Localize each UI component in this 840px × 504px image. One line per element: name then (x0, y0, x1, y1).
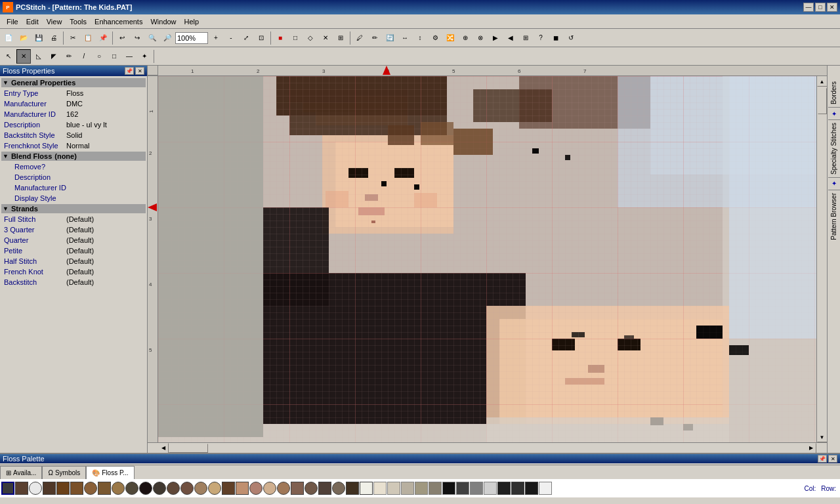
swatch-2[interactable] (29, 482, 42, 495)
tool1-btn[interactable]: 🖊 (352, 31, 367, 45)
swatch-35[interactable] (484, 482, 497, 495)
swatch-37[interactable] (511, 482, 524, 495)
section-toggle-strands[interactable]: ▼ (3, 205, 9, 212)
circle-tool[interactable]: ○ (92, 49, 106, 64)
cross-stitch-tool[interactable]: ✕ (16, 49, 31, 64)
draw-tool[interactable]: ✏ (62, 49, 76, 64)
palette-pin-btn[interactable]: 📌 (818, 455, 827, 463)
swatch-7[interactable] (98, 482, 111, 495)
scroll-thumb-h[interactable] (169, 444, 208, 453)
select2-btn[interactable]: ◇ (303, 31, 318, 45)
swatch-14[interactable] (194, 482, 207, 495)
tool11-btn[interactable]: ◀ (503, 31, 518, 45)
line-tool[interactable]: / (77, 49, 91, 64)
star-tool[interactable]: ✦ (137, 49, 152, 64)
maximize-button[interactable]: □ (815, 3, 826, 12)
zoom-arrow-button[interactable]: ⤢ (239, 31, 253, 45)
swatch-24[interactable] (332, 482, 345, 495)
print-button[interactable]: 🖨 (47, 31, 61, 45)
new-button[interactable]: 📄 (1, 31, 16, 45)
tool3-btn[interactable]: 🔄 (383, 31, 397, 45)
symbols-tab[interactable]: Ω Symbols (42, 466, 86, 479)
swatch-6[interactable] (84, 482, 97, 495)
swatch-12[interactable] (167, 482, 180, 495)
swatch-11[interactable] (153, 482, 166, 495)
swatch-27[interactable] (373, 482, 387, 495)
swatch-33[interactable] (456, 482, 469, 495)
tool9-btn[interactable]: ⊗ (473, 31, 488, 45)
specialty-stitches-label[interactable]: Specialty Stitches (829, 120, 839, 177)
swatch-22[interactable] (304, 482, 318, 495)
swatch-39[interactable] (539, 482, 552, 495)
swatch-32[interactable] (442, 482, 455, 495)
tool13-btn[interactable]: ◼ (549, 31, 563, 45)
tool6-btn[interactable]: ⚙ (428, 31, 442, 45)
scroll-left-button[interactable]: ◀ (158, 443, 169, 453)
half-stitch-tool[interactable]: ◺ (32, 49, 46, 64)
select3-btn[interactable]: ✕ (318, 31, 333, 45)
tool12-btn[interactable]: ⊞ (518, 31, 533, 45)
swatch-26[interactable] (360, 482, 373, 495)
swatch-16[interactable] (222, 482, 235, 495)
tool2-btn[interactable]: ✏ (368, 31, 382, 45)
rect-tool[interactable]: □ (107, 49, 121, 64)
swatch-34[interactable] (470, 482, 483, 495)
menu-view[interactable]: View (43, 16, 66, 27)
menu-file[interactable]: File (3, 16, 22, 27)
pattern-browser-label[interactable]: Pattern Browser (829, 190, 839, 243)
swatch-0[interactable] (1, 482, 14, 495)
undo-button[interactable]: ↩ (115, 31, 129, 45)
general-properties-section[interactable]: ▼ General Properties (1, 78, 146, 87)
select-tool[interactable]: ↖ (1, 49, 16, 64)
zoom-minus-button[interactable]: - (224, 31, 238, 45)
swatch-20[interactable] (277, 482, 290, 495)
swatch-23[interactable] (318, 482, 331, 495)
quarter-tool[interactable]: ◤ (47, 49, 61, 64)
redo-button[interactable]: ↪ (130, 31, 144, 45)
borders-label[interactable]: Borders (829, 79, 839, 107)
copy-button[interactable]: 📋 (81, 31, 95, 45)
borders-icon[interactable]: ✦ (828, 108, 840, 119)
menu-window[interactable]: Window (146, 16, 180, 27)
swatch-19[interactable] (263, 482, 276, 495)
swatch-31[interactable] (429, 482, 442, 495)
scroll-up-button[interactable]: ▲ (817, 76, 828, 87)
tool7-btn[interactable]: 🔀 (443, 31, 457, 45)
swatch-10[interactable] (139, 482, 152, 495)
panel-pin-button[interactable]: 📌 (125, 67, 134, 75)
floss-palette-tab[interactable]: 🎨 Floss P... (86, 466, 134, 479)
zoom-in-button[interactable]: + (209, 31, 223, 45)
menu-tools[interactable]: Tools (66, 16, 91, 27)
minimize-button[interactable]: — (803, 3, 814, 12)
cut-button[interactable]: ✂ (66, 31, 80, 45)
swatch-25[interactable] (346, 482, 359, 495)
scroll-right-button[interactable]: ▶ (806, 443, 816, 453)
swatch-28[interactable] (387, 482, 400, 495)
zoom-out-button[interactable]: 🔎 (160, 31, 175, 45)
swatch-13[interactable] (180, 482, 194, 495)
tool5-btn[interactable]: ↕ (413, 31, 427, 45)
close-button[interactable]: ✕ (827, 3, 837, 12)
blend-floss-section[interactable]: ▼ Blend Floss (none) (1, 152, 146, 161)
palette-close-btn[interactable]: ✕ (828, 455, 837, 463)
swatch-17[interactable] (236, 482, 249, 495)
swatch-21[interactable] (291, 482, 304, 495)
tool4-btn[interactable]: ↔ (398, 31, 412, 45)
zoom-full-button[interactable]: ⊡ (254, 31, 268, 45)
pattern-canvas[interactable] (158, 76, 816, 442)
panel-close-button[interactable]: ✕ (135, 67, 144, 75)
menu-edit[interactable]: Edit (22, 16, 43, 27)
scroll-thumb-v[interactable] (818, 88, 827, 114)
paste-button[interactable]: 📌 (96, 31, 110, 45)
grid-btn[interactable]: ⊞ (333, 31, 348, 45)
tool8-btn[interactable]: ⊕ (458, 31, 472, 45)
swatch-4[interactable] (56, 482, 70, 495)
find-button[interactable]: 🔍 (145, 31, 159, 45)
specialty-icon[interactable]: ✦ (828, 178, 840, 190)
menu-enhancements[interactable]: Enhancements (91, 16, 146, 27)
tool10-btn[interactable]: ▶ (488, 31, 503, 45)
swatch-1[interactable] (15, 482, 28, 495)
save-button[interactable]: 💾 (32, 31, 46, 45)
tool14-btn[interactable]: ↺ (564, 31, 578, 45)
swatch-3[interactable] (43, 482, 56, 495)
